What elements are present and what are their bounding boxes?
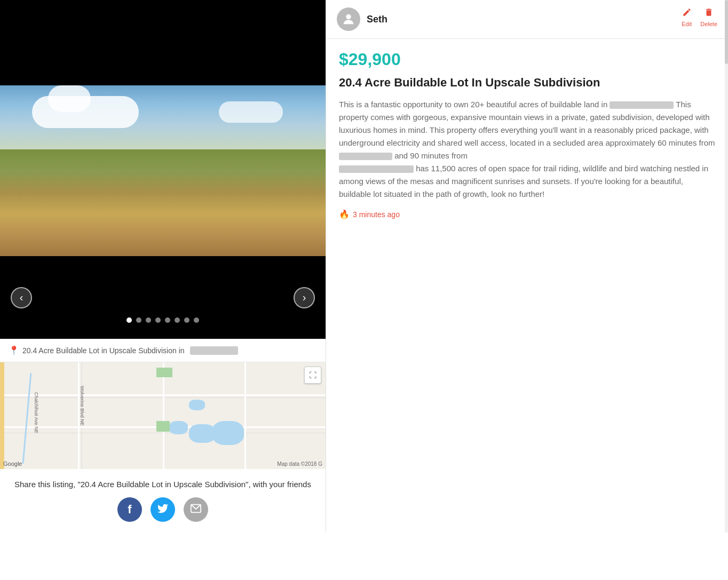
map-water-1 [169, 421, 188, 434]
user-header: Seth Edit Delete [326, 0, 728, 39]
cloud-decoration-2 [219, 101, 283, 123]
map-road-v2 [163, 362, 164, 469]
slider-bottom-black: ‹ › [0, 256, 326, 339]
map-container[interactable]: Wolverine Blvd NE Chalchihuit Ave NE ⛶ G… [0, 362, 326, 469]
map-river [22, 373, 31, 464]
twitter-icon [157, 503, 169, 517]
timestamp: 🔥 3 minutes ago [339, 209, 715, 219]
slider-prev-button[interactable]: ‹ [11, 287, 32, 308]
content-area: $29,900 20.4 Acre Buildable Lot In Upsca… [326, 39, 728, 533]
header-actions: Edit Delete [682, 7, 717, 27]
listing-price: $29,900 [339, 50, 715, 69]
share-text: Share this listing, "20.4 Acre Buildable… [9, 480, 317, 489]
svg-point-1 [346, 14, 351, 19]
dot-3[interactable] [146, 317, 151, 323]
slider-next-button[interactable]: › [294, 287, 315, 308]
map-yellow-road-v [0, 362, 4, 469]
map-google-logo: Google [3, 460, 22, 467]
dot-6[interactable] [175, 317, 180, 323]
edit-label: Edit [682, 21, 692, 27]
scrollbar-track[interactable] [725, 0, 728, 533]
delete-icon [704, 7, 714, 20]
timestamp-text: 3 minutes ago [353, 210, 400, 219]
location-pin-icon: 📍 [9, 345, 19, 355]
listing-description: This is a fantastic opportunity to own 2… [339, 98, 715, 201]
map-background: Wolverine Blvd NE Chalchihuit Ave NE [0, 362, 326, 469]
slider-image [0, 85, 326, 256]
map-data-label: Map data ©2018 G [277, 461, 322, 467]
listing-title: 20.4 Acre Buildable Lot In Upscale Subdi… [339, 76, 715, 90]
scrollbar-thumb[interactable] [725, 0, 728, 64]
redacted-location-3 [339, 165, 414, 173]
delete-button[interactable]: Delete [700, 7, 717, 27]
share-email-button[interactable] [184, 497, 208, 522]
description-part-3: and 90 minutes from [392, 151, 468, 160]
dot-4[interactable] [155, 317, 161, 323]
location-bar: 📍 20.4 Acre Buildable Lot in Upscale Sub… [0, 339, 326, 362]
cloud-decoration [32, 96, 139, 128]
avatar [337, 7, 360, 31]
image-slider: ‹ › [0, 0, 326, 339]
left-panel: ‹ › 📍 20.4 Acre Build [0, 0, 326, 533]
email-icon [190, 503, 202, 517]
map-road-v3 [244, 362, 246, 469]
slider-top-black [0, 0, 326, 85]
description-part-1: This is a fantastic opportunity to own 2… [339, 100, 610, 109]
location-text: 20.4 Acre Buildable Lot in Upscale Subdi… [22, 346, 185, 355]
map-label-wolverine: Wolverine Blvd NE [80, 386, 85, 426]
map-water-3 [212, 421, 244, 445]
share-section: Share this listing, "20.4 Acre Buildable… [0, 469, 326, 533]
location-redacted [190, 346, 238, 355]
edit-button[interactable]: Edit [682, 7, 692, 27]
delete-label: Delete [700, 21, 717, 27]
share-twitter-button[interactable] [151, 497, 175, 522]
map-green-2 [156, 421, 170, 432]
map-water-4 [189, 400, 205, 410]
dot-7[interactable] [184, 317, 189, 323]
share-facebook-button[interactable]: f [117, 497, 142, 522]
dot-1[interactable] [126, 317, 132, 323]
dot-8[interactable] [194, 317, 199, 323]
slider-dots [126, 317, 199, 323]
map-expand-button[interactable]: ⛶ [304, 367, 321, 384]
facebook-icon: f [128, 503, 131, 517]
username: Seth [367, 14, 387, 25]
right-panel: Seth Edit Delete $29,900 20.4 A [326, 0, 728, 533]
dot-5[interactable] [165, 317, 170, 323]
share-buttons: f [9, 497, 317, 522]
redacted-location-1 [610, 101, 674, 109]
fire-icon: 🔥 [339, 209, 350, 219]
map-green-1 [156, 368, 172, 377]
dot-2[interactable] [136, 317, 141, 323]
redacted-location-2 [339, 153, 392, 160]
edit-icon [682, 7, 692, 20]
map-label-chalchihuit: Chalchihuit Ave NE [34, 392, 39, 433]
